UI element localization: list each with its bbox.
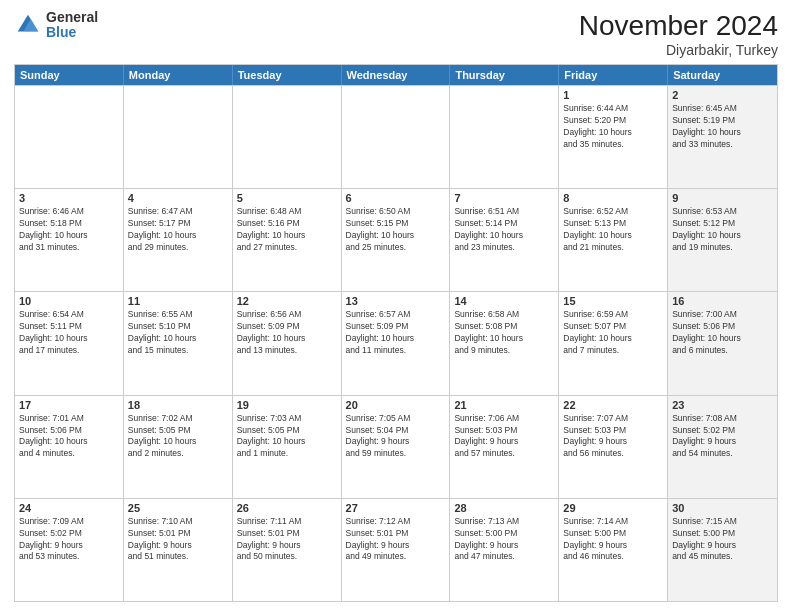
day-number: 28 xyxy=(454,502,554,514)
calendar-cell-1: 1Sunrise: 6:44 AM Sunset: 5:20 PM Daylig… xyxy=(559,86,668,188)
calendar-cell-6: 6Sunrise: 6:50 AM Sunset: 5:15 PM Daylig… xyxy=(342,189,451,291)
cell-info: Sunrise: 7:01 AM Sunset: 5:06 PM Dayligh… xyxy=(19,413,119,461)
header: General Blue November 2024 Diyarbakir, T… xyxy=(14,10,778,58)
calendar-cell-empty-2 xyxy=(233,86,342,188)
cell-info: Sunrise: 6:56 AM Sunset: 5:09 PM Dayligh… xyxy=(237,309,337,357)
cell-info: Sunrise: 6:58 AM Sunset: 5:08 PM Dayligh… xyxy=(454,309,554,357)
calendar-cell-11: 11Sunrise: 6:55 AM Sunset: 5:10 PM Dayli… xyxy=(124,292,233,394)
calendar-cell-25: 25Sunrise: 7:10 AM Sunset: 5:01 PM Dayli… xyxy=(124,499,233,601)
cell-info: Sunrise: 7:14 AM Sunset: 5:00 PM Dayligh… xyxy=(563,516,663,564)
day-number: 20 xyxy=(346,399,446,411)
calendar-header: SundayMondayTuesdayWednesdayThursdayFrid… xyxy=(15,65,777,85)
calendar: SundayMondayTuesdayWednesdayThursdayFrid… xyxy=(14,64,778,602)
day-number: 5 xyxy=(237,192,337,204)
calendar-cell-29: 29Sunrise: 7:14 AM Sunset: 5:00 PM Dayli… xyxy=(559,499,668,601)
cell-info: Sunrise: 6:46 AM Sunset: 5:18 PM Dayligh… xyxy=(19,206,119,254)
calendar-cell-16: 16Sunrise: 7:00 AM Sunset: 5:06 PM Dayli… xyxy=(668,292,777,394)
calendar-cell-8: 8Sunrise: 6:52 AM Sunset: 5:13 PM Daylig… xyxy=(559,189,668,291)
cell-info: Sunrise: 6:45 AM Sunset: 5:19 PM Dayligh… xyxy=(672,103,773,151)
calendar-cell-28: 28Sunrise: 7:13 AM Sunset: 5:00 PM Dayli… xyxy=(450,499,559,601)
day-number: 3 xyxy=(19,192,119,204)
header-cell-thursday: Thursday xyxy=(450,65,559,85)
calendar-cell-10: 10Sunrise: 6:54 AM Sunset: 5:11 PM Dayli… xyxy=(15,292,124,394)
calendar-cell-20: 20Sunrise: 7:05 AM Sunset: 5:04 PM Dayli… xyxy=(342,396,451,498)
cell-info: Sunrise: 6:59 AM Sunset: 5:07 PM Dayligh… xyxy=(563,309,663,357)
calendar-row-0: 1Sunrise: 6:44 AM Sunset: 5:20 PM Daylig… xyxy=(15,85,777,188)
cell-info: Sunrise: 7:03 AM Sunset: 5:05 PM Dayligh… xyxy=(237,413,337,461)
day-number: 19 xyxy=(237,399,337,411)
cell-info: Sunrise: 7:06 AM Sunset: 5:03 PM Dayligh… xyxy=(454,413,554,461)
day-number: 29 xyxy=(563,502,663,514)
header-cell-saturday: Saturday xyxy=(668,65,777,85)
cell-info: Sunrise: 7:05 AM Sunset: 5:04 PM Dayligh… xyxy=(346,413,446,461)
calendar-cell-26: 26Sunrise: 7:11 AM Sunset: 5:01 PM Dayli… xyxy=(233,499,342,601)
calendar-row-4: 24Sunrise: 7:09 AM Sunset: 5:02 PM Dayli… xyxy=(15,498,777,601)
cell-info: Sunrise: 7:07 AM Sunset: 5:03 PM Dayligh… xyxy=(563,413,663,461)
logo-icon xyxy=(14,11,42,39)
calendar-cell-empty-0 xyxy=(15,86,124,188)
cell-info: Sunrise: 7:09 AM Sunset: 5:02 PM Dayligh… xyxy=(19,516,119,564)
calendar-body: 1Sunrise: 6:44 AM Sunset: 5:20 PM Daylig… xyxy=(15,85,777,601)
cell-info: Sunrise: 7:11 AM Sunset: 5:01 PM Dayligh… xyxy=(237,516,337,564)
calendar-cell-24: 24Sunrise: 7:09 AM Sunset: 5:02 PM Dayli… xyxy=(15,499,124,601)
calendar-row-2: 10Sunrise: 6:54 AM Sunset: 5:11 PM Dayli… xyxy=(15,291,777,394)
day-number: 10 xyxy=(19,295,119,307)
cell-info: Sunrise: 6:47 AM Sunset: 5:17 PM Dayligh… xyxy=(128,206,228,254)
calendar-cell-empty-3 xyxy=(342,86,451,188)
header-cell-tuesday: Tuesday xyxy=(233,65,342,85)
day-number: 1 xyxy=(563,89,663,101)
day-number: 21 xyxy=(454,399,554,411)
calendar-cell-14: 14Sunrise: 6:58 AM Sunset: 5:08 PM Dayli… xyxy=(450,292,559,394)
day-number: 4 xyxy=(128,192,228,204)
cell-info: Sunrise: 6:44 AM Sunset: 5:20 PM Dayligh… xyxy=(563,103,663,151)
cell-info: Sunrise: 6:52 AM Sunset: 5:13 PM Dayligh… xyxy=(563,206,663,254)
cell-info: Sunrise: 6:57 AM Sunset: 5:09 PM Dayligh… xyxy=(346,309,446,357)
calendar-cell-22: 22Sunrise: 7:07 AM Sunset: 5:03 PM Dayli… xyxy=(559,396,668,498)
cell-info: Sunrise: 7:15 AM Sunset: 5:00 PM Dayligh… xyxy=(672,516,773,564)
title-block: November 2024 Diyarbakir, Turkey xyxy=(579,10,778,58)
calendar-cell-15: 15Sunrise: 6:59 AM Sunset: 5:07 PM Dayli… xyxy=(559,292,668,394)
cell-info: Sunrise: 6:54 AM Sunset: 5:11 PM Dayligh… xyxy=(19,309,119,357)
page: General Blue November 2024 Diyarbakir, T… xyxy=(0,0,792,612)
day-number: 7 xyxy=(454,192,554,204)
location: Diyarbakir, Turkey xyxy=(579,42,778,58)
day-number: 16 xyxy=(672,295,773,307)
month-title: November 2024 xyxy=(579,10,778,42)
calendar-cell-30: 30Sunrise: 7:15 AM Sunset: 5:00 PM Dayli… xyxy=(668,499,777,601)
cell-info: Sunrise: 7:10 AM Sunset: 5:01 PM Dayligh… xyxy=(128,516,228,564)
calendar-cell-empty-1 xyxy=(124,86,233,188)
calendar-cell-17: 17Sunrise: 7:01 AM Sunset: 5:06 PM Dayli… xyxy=(15,396,124,498)
calendar-cell-21: 21Sunrise: 7:06 AM Sunset: 5:03 PM Dayli… xyxy=(450,396,559,498)
logo-blue: Blue xyxy=(46,25,98,40)
cell-info: Sunrise: 7:08 AM Sunset: 5:02 PM Dayligh… xyxy=(672,413,773,461)
header-cell-sunday: Sunday xyxy=(15,65,124,85)
logo-text: General Blue xyxy=(46,10,98,41)
calendar-cell-12: 12Sunrise: 6:56 AM Sunset: 5:09 PM Dayli… xyxy=(233,292,342,394)
cell-info: Sunrise: 6:53 AM Sunset: 5:12 PM Dayligh… xyxy=(672,206,773,254)
day-number: 23 xyxy=(672,399,773,411)
calendar-cell-4: 4Sunrise: 6:47 AM Sunset: 5:17 PM Daylig… xyxy=(124,189,233,291)
header-cell-monday: Monday xyxy=(124,65,233,85)
header-cell-friday: Friday xyxy=(559,65,668,85)
calendar-cell-3: 3Sunrise: 6:46 AM Sunset: 5:18 PM Daylig… xyxy=(15,189,124,291)
calendar-cell-9: 9Sunrise: 6:53 AM Sunset: 5:12 PM Daylig… xyxy=(668,189,777,291)
day-number: 9 xyxy=(672,192,773,204)
calendar-row-1: 3Sunrise: 6:46 AM Sunset: 5:18 PM Daylig… xyxy=(15,188,777,291)
cell-info: Sunrise: 7:02 AM Sunset: 5:05 PM Dayligh… xyxy=(128,413,228,461)
day-number: 11 xyxy=(128,295,228,307)
day-number: 17 xyxy=(19,399,119,411)
day-number: 12 xyxy=(237,295,337,307)
calendar-cell-2: 2Sunrise: 6:45 AM Sunset: 5:19 PM Daylig… xyxy=(668,86,777,188)
calendar-row-3: 17Sunrise: 7:01 AM Sunset: 5:06 PM Dayli… xyxy=(15,395,777,498)
day-number: 26 xyxy=(237,502,337,514)
day-number: 25 xyxy=(128,502,228,514)
calendar-cell-empty-4 xyxy=(450,86,559,188)
cell-info: Sunrise: 7:00 AM Sunset: 5:06 PM Dayligh… xyxy=(672,309,773,357)
cell-info: Sunrise: 7:13 AM Sunset: 5:00 PM Dayligh… xyxy=(454,516,554,564)
calendar-cell-5: 5Sunrise: 6:48 AM Sunset: 5:16 PM Daylig… xyxy=(233,189,342,291)
calendar-cell-18: 18Sunrise: 7:02 AM Sunset: 5:05 PM Dayli… xyxy=(124,396,233,498)
cell-info: Sunrise: 6:50 AM Sunset: 5:15 PM Dayligh… xyxy=(346,206,446,254)
day-number: 22 xyxy=(563,399,663,411)
day-number: 2 xyxy=(672,89,773,101)
day-number: 15 xyxy=(563,295,663,307)
